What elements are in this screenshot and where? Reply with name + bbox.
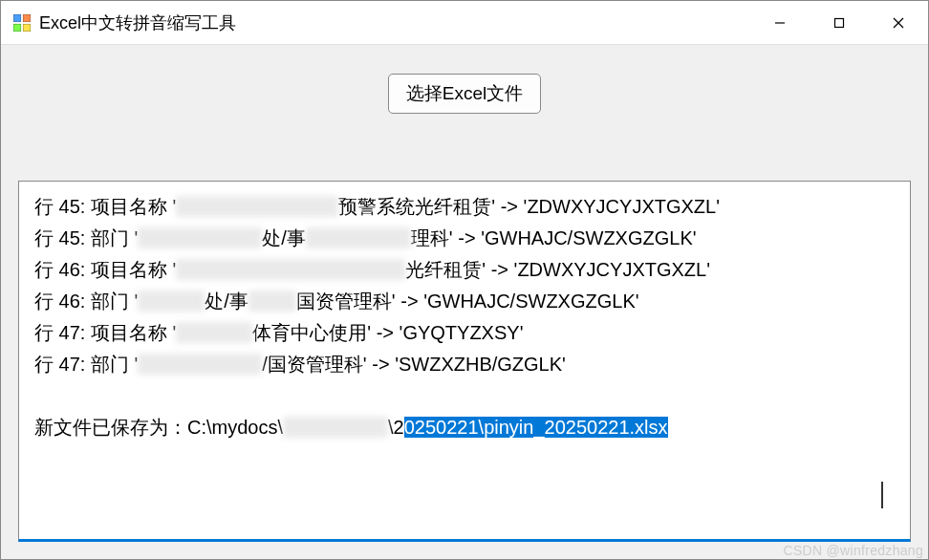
suffix-text: 理科'	[411, 227, 453, 248]
svg-rect-0	[13, 14, 21, 22]
watermark: CSDN @winfredzhang	[784, 543, 923, 558]
svg-rect-2	[13, 24, 21, 32]
text-cursor	[881, 482, 883, 508]
result-text: 'GYQTYZXSY'	[400, 322, 524, 343]
suffix-text: 预警系统光纤租赁'	[338, 196, 495, 217]
close-button[interactable]	[869, 1, 928, 44]
result-text: 'GWHAJC/SWZXGZGLK'	[423, 291, 638, 312]
window-controls	[750, 1, 928, 44]
row-label: 行 47: 部门 '	[34, 354, 138, 375]
arrow: ->	[453, 227, 481, 248]
mid-text: 处/事	[262, 227, 306, 248]
suffix-text: 体育中心使用'	[252, 322, 371, 343]
arrow: ->	[495, 196, 523, 217]
minimize-icon	[773, 16, 787, 30]
log-line: 行 46: 部门 '处/事国资管理科' -> 'GWHAJC/SWZXGZGLK…	[34, 286, 895, 317]
svg-rect-5	[835, 18, 844, 27]
close-icon	[892, 16, 905, 30]
suffix-text: 国资管理科'	[296, 291, 396, 312]
svg-rect-3	[23, 24, 31, 32]
maximize-button[interactable]	[810, 1, 869, 44]
redacted-segment	[248, 291, 296, 312]
row-label: 行 46: 部门 '	[34, 291, 138, 312]
result-text: 'SWZXZHB/GZGLK'	[395, 354, 566, 375]
arrow: ->	[367, 354, 395, 375]
redacted-segment	[138, 227, 262, 248]
svg-rect-1	[23, 14, 31, 22]
result-text: 'GWHAJC/SWZXGZGLK'	[481, 227, 696, 248]
log-textarea[interactable]: 行 45: 项目名称 '预警系统光纤租赁' -> 'ZDWXYJCYJXTGXZ…	[18, 181, 911, 542]
row-label: 行 45: 项目名称 '	[34, 196, 176, 217]
suffix-text: /国资管理科'	[262, 354, 366, 375]
saved-mid: \2	[388, 417, 404, 438]
arrow: ->	[371, 322, 399, 343]
maximize-icon	[832, 16, 846, 30]
app-icon	[12, 13, 32, 32]
mid-text: 处/事	[205, 291, 248, 312]
redacted-segment	[176, 196, 338, 217]
suffix-text: 光纤租赁'	[405, 259, 486, 280]
saved-prefix: 新文件已保存为：C:\mydocs\	[34, 417, 283, 438]
content-area: 选择Excel文件 行 45: 项目名称 '预警系统光纤租赁' -> 'ZDWX…	[1, 45, 928, 559]
saved-path-line: 新文件已保存为：C:\mydocs\\20250221\pinyin_20250…	[34, 412, 895, 443]
log-line: 行 47: 项目名称 '体育中心使用' -> 'GYQTYZXSY'	[34, 317, 895, 349]
app-window: Excel中文转拼音缩写工具 选择Excel文件 行 45: 项目名称 '预警系…	[0, 0, 929, 560]
redacted-segment	[138, 291, 205, 312]
redacted-segment	[176, 322, 252, 343]
arrow: ->	[486, 259, 513, 280]
redacted-segment	[306, 227, 411, 248]
button-row: 选择Excel文件	[18, 74, 911, 114]
row-label: 行 46: 项目名称 '	[34, 259, 176, 280]
arrow: ->	[396, 291, 423, 312]
result-text: 'ZDWXYJCYJXTGXZL'	[514, 259, 710, 280]
selected-path-text[interactable]: 0250221\pinyin_20250221.xlsx	[404, 417, 668, 438]
minimize-button[interactable]	[750, 1, 810, 44]
titlebar: Excel中文转拼音缩写工具	[1, 1, 928, 45]
blank-line	[34, 380, 895, 412]
redacted-segment	[138, 354, 262, 375]
log-line: 行 45: 部门 '处/事理科' -> 'GWHAJC/SWZXGZGLK'	[34, 223, 895, 254]
row-label: 行 47: 项目名称 '	[34, 322, 176, 343]
result-text: 'ZDWXYJCYJXTGXZL'	[524, 196, 720, 217]
redacted-segment	[176, 259, 405, 280]
row-label: 行 45: 部门 '	[34, 227, 138, 248]
redacted-segment	[283, 417, 388, 438]
log-line: 行 47: 部门 '/国资管理科' -> 'SWZXZHB/GZGLK'	[34, 349, 895, 380]
window-title: Excel中文转拼音缩写工具	[39, 11, 750, 34]
select-file-button[interactable]: 选择Excel文件	[388, 74, 541, 114]
log-line: 行 45: 项目名称 '预警系统光纤租赁' -> 'ZDWXYJCYJXTGXZ…	[34, 191, 895, 223]
log-line: 行 46: 项目名称 '光纤租赁' -> 'ZDWXYJCYJXTGXZL'	[34, 254, 895, 286]
